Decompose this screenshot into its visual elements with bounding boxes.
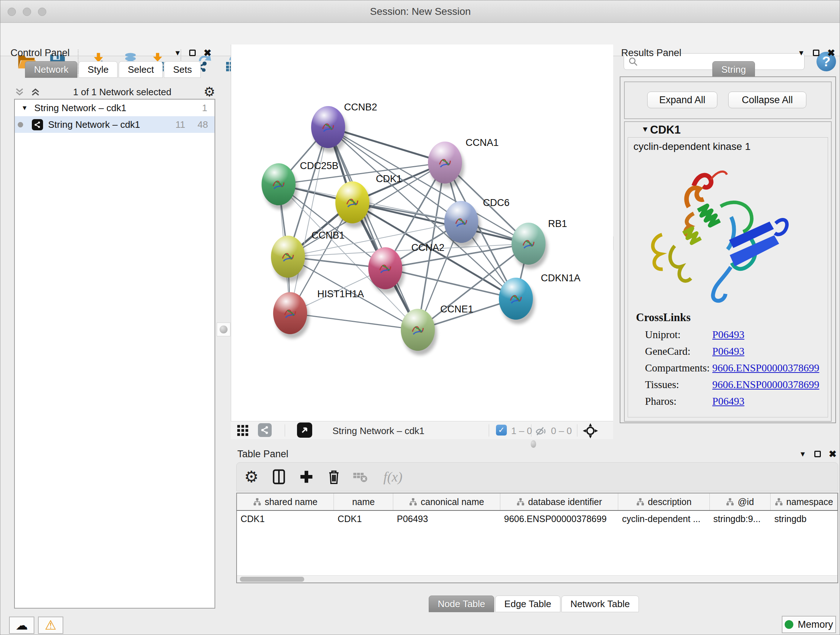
network-edge[interactable] — [290, 127, 328, 313]
control-panel-tabs: NetworkStyleSelectSets — [25, 61, 202, 78]
column-header-shared-name[interactable]: shared name — [237, 494, 334, 510]
column-header-id[interactable]: @id — [710, 494, 771, 510]
column-header-database-identifier[interactable]: database identifier — [500, 494, 618, 510]
fit-selected-crosshair-icon[interactable] — [582, 423, 599, 439]
close-panel-icon[interactable]: ✖ — [829, 449, 837, 459]
network-node-ccnb2[interactable] — [311, 106, 345, 148]
column-header-name[interactable]: name — [334, 494, 393, 510]
crosslink-link[interactable]: P06493 — [712, 345, 745, 357]
close-panel-icon[interactable]: ✖ — [204, 48, 212, 57]
expand-all-button[interactable]: Expand All — [647, 92, 717, 108]
table-cell[interactable]: 9606.ENSP00000378699 — [500, 511, 618, 526]
collapse-all-icon[interactable] — [14, 87, 25, 97]
table-cell[interactable]: stringdb:9... — [710, 511, 771, 526]
network-node-cdk1[interactable] — [335, 181, 369, 223]
gene-symbol: CDK1 — [650, 124, 681, 136]
network-node-cdc25b[interactable] — [262, 163, 295, 205]
crosslink-row: Tissues:9606.ENSP00000378699 — [645, 376, 826, 393]
memory-label: Memory — [798, 619, 833, 630]
network-node-rb1[interactable] — [512, 223, 546, 264]
selected-checkbox-icon[interactable]: ✓ — [496, 424, 507, 435]
panel-menu-icon[interactable]: ▼ — [798, 49, 805, 57]
crosslink-link[interactable]: 9606.ENSP00000378699 — [712, 379, 819, 391]
node-label-cdc25b: CDC25B — [300, 160, 339, 172]
network-node-ccnb1[interactable] — [271, 236, 305, 278]
panel-menu-icon[interactable]: ▼ — [174, 49, 181, 57]
crosslink-row: Compartments:9606.ENSP00000378699 — [645, 359, 826, 376]
network-node-hist1h1a[interactable] — [273, 292, 307, 334]
crosslink-label: Tissues: — [645, 379, 712, 391]
cloud-status-button[interactable]: ☁ — [9, 616, 34, 634]
network-canvas[interactable]: CCNB2CCNA1CDC25BCDK1CDC6RB1CCNB1CCNA2CDK… — [231, 44, 613, 421]
table-horizontal-scrollbar[interactable] — [237, 575, 837, 583]
collapse-all-button[interactable]: Collapse All — [728, 92, 806, 108]
table-cell[interactable]: P06493 — [393, 511, 500, 526]
collection-expand-icon[interactable]: ▼ — [21, 104, 28, 112]
network-edge[interactable] — [290, 313, 418, 330]
network-node-ccne1[interactable] — [401, 309, 435, 351]
crosslink-label: Compartments: — [645, 362, 712, 374]
delete-column-icon[interactable] — [324, 467, 344, 487]
table-data-row[interactable]: CDK1CDK1P064939606.ENSP00000378699cyclin… — [237, 511, 837, 526]
crosslink-link[interactable]: P06493 — [712, 329, 745, 340]
table-cell[interactable]: CDK1 — [334, 511, 393, 526]
results-panel-controls: ▼ ✖ — [798, 48, 835, 57]
node-label-ccnb1: CCNB1 — [311, 230, 345, 241]
network-edge[interactable] — [385, 268, 516, 299]
grid-view-icon[interactable] — [235, 423, 251, 439]
add-column-icon[interactable] — [296, 467, 317, 487]
tab-edge-table[interactable]: Edge Table — [495, 595, 561, 612]
tab-network-table[interactable]: Network Table — [561, 595, 639, 612]
network-edge[interactable] — [279, 184, 461, 222]
network-row-selected[interactable]: String Network – cdk1 11 48 — [15, 116, 215, 133]
close-panel-icon[interactable]: ✖ — [827, 48, 835, 57]
float-panel-icon[interactable] — [189, 50, 196, 56]
protein-thumbnail — [279, 247, 297, 267]
tab-node-table[interactable]: Node Table — [429, 595, 494, 612]
column-header-canonical-name[interactable]: canonical name — [393, 494, 500, 510]
crosslink-link[interactable]: 9606.ENSP00000378699 — [712, 362, 819, 374]
string-app-icon — [32, 119, 43, 130]
birds-eye-view-icon[interactable] — [297, 423, 312, 438]
table-options-gear-icon[interactable]: ⚙ — [241, 467, 262, 487]
column-header-description[interactable]: description — [618, 494, 709, 510]
warning-icon: ⚠ — [45, 619, 57, 632]
network-edge[interactable] — [328, 127, 445, 163]
tab-network[interactable]: Network — [25, 61, 77, 78]
network-node-cdkn1a[interactable] — [499, 278, 533, 320]
table-cell[interactable]: CDK1 — [237, 511, 334, 526]
network-node-ccna2[interactable] — [368, 247, 402, 289]
panel-menu-icon[interactable]: ▼ — [799, 450, 806, 458]
hidden-eye-icon — [534, 424, 548, 439]
expand-all-icon[interactable] — [30, 87, 41, 97]
protein-thumbnail — [270, 174, 287, 195]
bottom-splitter-handle[interactable] — [531, 440, 536, 448]
table-cell[interactable]: cyclin-dependent ... — [618, 511, 709, 526]
network-node-ccna1[interactable] — [428, 141, 462, 184]
gene-collapse-icon[interactable]: ▼ — [641, 125, 649, 134]
tab-string[interactable]: String — [712, 61, 755, 78]
crosslink-label: GeneCard: — [645, 345, 712, 357]
float-panel-icon[interactable] — [813, 50, 819, 56]
tab-sets[interactable]: Sets — [164, 61, 201, 78]
current-network-dot-icon — [18, 122, 23, 127]
memory-status-dot — [785, 620, 793, 629]
column-header-namespace[interactable]: namespace — [771, 494, 837, 510]
network-collection-row[interactable]: ▼ String Network – cdk1 1 — [15, 100, 215, 116]
crosslink-link[interactable]: P06493 — [712, 395, 745, 407]
warnings-button[interactable]: ⚠ — [38, 616, 63, 634]
network-node-cdc6[interactable] — [444, 201, 478, 243]
protein-thumbnail — [519, 233, 538, 254]
left-splitter-handle[interactable] — [217, 323, 231, 336]
current-network-name: String Network – cdk1 — [332, 425, 424, 437]
memory-button[interactable]: Memory — [782, 616, 836, 633]
network-edge[interactable] — [352, 203, 529, 244]
show-columns-icon[interactable] — [269, 467, 289, 487]
share-view-icon[interactable] — [258, 423, 272, 437]
tab-style[interactable]: Style — [79, 61, 118, 78]
float-panel-icon[interactable] — [814, 451, 821, 457]
tab-select[interactable]: Select — [118, 61, 163, 78]
table-cell[interactable]: stringdb — [771, 511, 837, 526]
network-options-gear-icon[interactable]: ⚙ — [204, 86, 215, 98]
scrollbar-thumb[interactable] — [240, 577, 304, 582]
